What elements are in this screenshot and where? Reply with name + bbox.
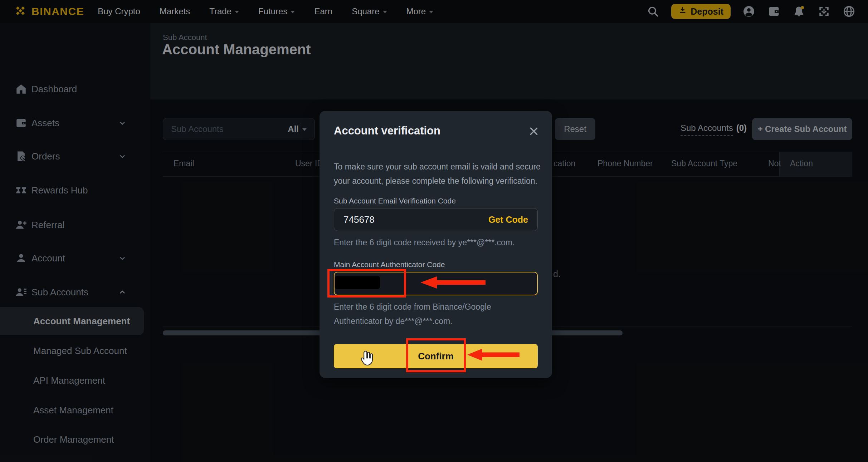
modal-title: Account verification [334, 124, 440, 137]
get-code-button[interactable]: Get Code [488, 215, 528, 225]
annotation-arrow-auth-input [420, 276, 486, 291]
email-code-input[interactable]: 745678 Get Code [334, 208, 538, 231]
cursor-icon [359, 350, 375, 369]
auth-code-label: Main Account Authenticator Code [334, 260, 445, 269]
email-code-value: 745678 [343, 214, 375, 225]
annotation-rect-confirm [406, 338, 466, 372]
auth-code-helper: Enter the 6 digit code from Binance/Goog… [334, 300, 516, 328]
annotation-arrow-confirm [467, 348, 520, 363]
close-icon[interactable] [528, 126, 539, 137]
email-code-helper: Enter the 6 digit code received by ye***… [334, 235, 515, 250]
account-verification-modal: Account verification To make sure your s… [320, 111, 552, 378]
email-code-label: Sub Account Email Verification Code [334, 197, 456, 205]
modal-description: To make sure your sub account email is v… [334, 159, 544, 188]
annotation-rect-auth-input [327, 269, 406, 298]
